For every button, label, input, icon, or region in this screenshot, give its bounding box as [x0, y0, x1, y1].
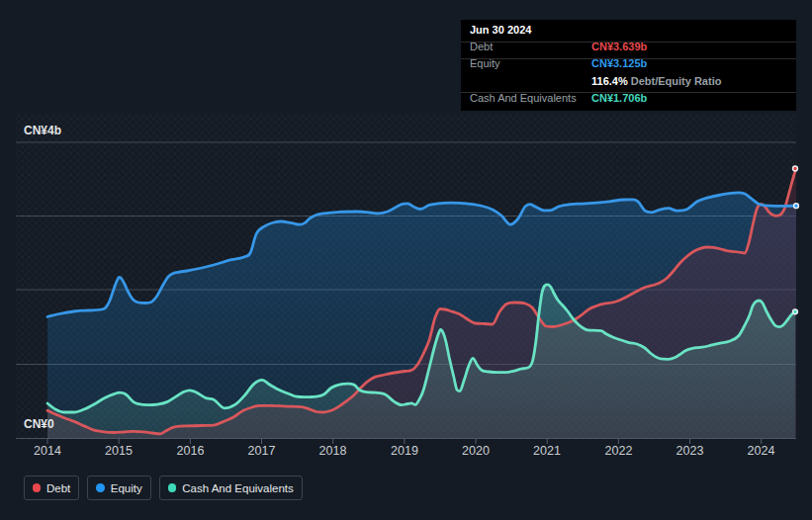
svg-text:2019: 2019: [391, 444, 418, 458]
svg-text:2021: 2021: [533, 444, 561, 458]
svg-text:2014: 2014: [34, 444, 61, 458]
svg-text:CN¥0: CN¥0: [24, 417, 54, 431]
svg-text:2020: 2020: [462, 444, 490, 458]
svg-text:2015: 2015: [105, 444, 133, 458]
svg-text:CN¥4b: CN¥4b: [24, 124, 61, 137]
svg-text:2018: 2018: [319, 444, 347, 458]
svg-text:2022: 2022: [605, 444, 633, 458]
svg-text:2023: 2023: [677, 444, 704, 458]
svg-text:2016: 2016: [177, 444, 205, 458]
svg-text:2017: 2017: [248, 444, 276, 458]
svg-text:2024: 2024: [748, 444, 775, 458]
